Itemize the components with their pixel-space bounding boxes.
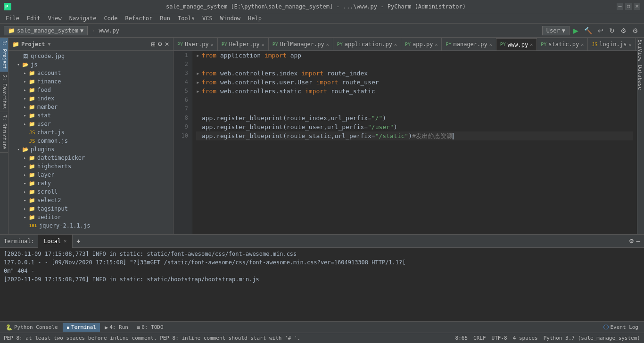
js-file-icon: JS <box>28 137 36 145</box>
side-label-project[interactable]: 1: Project <box>0 38 8 72</box>
tab-close-app-py[interactable]: ✕ <box>435 42 438 47</box>
tree-item-chartjs[interactable]: JS chart.js <box>8 128 173 137</box>
tree-item-stat[interactable]: ▸ 📁 stat <box>8 111 173 120</box>
rerun-button[interactable]: ↩ <box>596 26 605 35</box>
tree-item-jquery[interactable]: 101 jquery-2.1.1.js <box>8 221 173 230</box>
tree-item-layer[interactable]: ▸ 📁 layer <box>8 171 173 179</box>
user-dropdown[interactable]: User ▼ <box>542 26 570 35</box>
tab-close-www-py[interactable]: ✕ <box>530 42 533 47</box>
menu-help[interactable]: Help <box>244 14 265 23</box>
menu-code[interactable]: Code <box>100 14 122 23</box>
tab-label-app-py: app.py <box>413 41 433 48</box>
code-editor[interactable]: 1 2 3 4 5 6 7 8 9 10 ▸ from application … <box>173 51 637 234</box>
minimize-button[interactable]: ─ <box>617 3 623 10</box>
build-button[interactable]: 🔨 <box>582 26 594 35</box>
add-terminal-button[interactable]: + <box>73 237 84 245</box>
tree-item-commonjs[interactable]: JS common.js <box>8 137 173 145</box>
tree-item-plugins[interactable]: ▾ 📂 plugins <box>8 145 173 154</box>
tab-www-py[interactable]: PY www.py ✕ <box>496 38 537 50</box>
menu-view[interactable]: View <box>44 14 66 23</box>
project-selector[interactable]: 📁 sale_manage_system ▼ <box>4 26 88 35</box>
tab-user-py[interactable]: PY User.py ✕ <box>173 38 218 50</box>
collapse-all-button[interactable]: ⊞ <box>151 41 156 48</box>
menu-tools[interactable]: Tools <box>174 14 198 23</box>
status-line-col[interactable]: 8:65 <box>455 335 468 341</box>
tab-login-js[interactable]: JS login.js ✕ <box>588 38 636 50</box>
reload-button[interactable]: ↻ <box>607 26 617 35</box>
tree-item-qrcode[interactable]: 🖼 qrcode.jpg <box>8 52 173 60</box>
bottom-panel: Terminal: Local ✕ + ⚙ ─ [2020-11-09 17:1… <box>0 234 644 321</box>
tab-app-py[interactable]: PY app.py ✕ <box>401 38 442 50</box>
tab-close-login-js[interactable]: ✕ <box>628 42 631 47</box>
tab-close-helper-py[interactable]: ✕ <box>262 42 264 47</box>
code-line-10: app.register_blueprint(route_static,url_… <box>196 131 633 140</box>
settings-button[interactable]: ⚙ <box>630 26 640 35</box>
database-label[interactable]: Database <box>637 63 644 92</box>
menu-file[interactable]: File <box>2 14 23 23</box>
todo-button[interactable]: ≡ 6: TODO <box>133 323 167 332</box>
tree-label-tagsinput: tagsinput <box>37 205 68 212</box>
tab-urlmanager-py[interactable]: PY UrlManager.py ✕ <box>269 38 333 50</box>
tree-item-account[interactable]: ▸ 📁 account <box>8 69 173 77</box>
tab-static-py[interactable]: PY static.py ✕ <box>537 38 588 50</box>
menu-window[interactable]: Window <box>216 14 244 23</box>
tree-item-index[interactable]: ▸ 📁 index <box>8 94 173 103</box>
keyword-import-5: import <box>305 87 327 96</box>
maximize-button[interactable]: □ <box>625 3 632 10</box>
menu-vcs[interactable]: VCS <box>198 14 216 23</box>
tab-close-manager-py[interactable]: ✕ <box>489 42 492 47</box>
tab-close-application-py[interactable]: ✕ <box>394 42 397 47</box>
settings-small-button[interactable]: ⚙ <box>157 41 163 48</box>
status-line-ending[interactable]: CRLF <box>473 335 486 341</box>
right-panel: SciView Database <box>637 38 644 234</box>
menu-refactor[interactable]: Refactor <box>121 14 156 23</box>
menu-edit[interactable]: Edit <box>23 14 44 23</box>
tree-item-raty[interactable]: ▸ 📁 raty <box>8 179 173 188</box>
line-num-10: 10 <box>173 131 192 140</box>
close-sidebar-button[interactable]: ✕ <box>165 41 169 48</box>
python-console-button[interactable]: 🐍 Python Console <box>2 323 62 332</box>
side-label-favorites[interactable]: 2: Favorites <box>0 72 8 112</box>
tree-item-scroll[interactable]: ▸ 📁 scroll <box>8 188 173 196</box>
terminal-tab-close[interactable]: ✕ <box>64 238 66 244</box>
run-panel-button[interactable]: ▶ 4: Run <box>101 323 132 332</box>
side-label-structure[interactable]: 7: Structure <box>0 112 8 152</box>
tree-label-scroll: scroll <box>37 188 58 195</box>
tree-item-js[interactable]: ▾ 📂 js <box>8 60 173 69</box>
tab-manager-py[interactable]: PY manager.py ✕ <box>442 38 496 50</box>
tab-application-py[interactable]: PY application.py ✕ <box>333 38 401 50</box>
terminal-button[interactable]: ▪ Terminal <box>63 323 100 332</box>
tree-item-select2[interactable]: ▸ 📁 select2 <box>8 196 173 204</box>
tree-item-datetimepicker[interactable]: ▸ 📁 datetimepicker <box>8 154 173 162</box>
code-content[interactable]: ▸ from application import app ▸ from web… <box>192 51 637 234</box>
tree-item-tagsinput[interactable]: ▸ 📁 tagsinput <box>8 204 173 213</box>
tab-close-static-py[interactable]: ✕ <box>581 42 584 47</box>
run-button[interactable]: ▶ <box>571 26 580 35</box>
close-button[interactable]: ✕ <box>634 3 640 10</box>
status-indent[interactable]: 4 spaces <box>513 335 538 341</box>
project-name: sale_manage_system <box>17 27 78 34</box>
python-console-label: Python Console <box>14 324 58 330</box>
terminal-tab-local[interactable]: Local ✕ <box>38 235 73 248</box>
tree-item-finance[interactable]: ▸ 📁 finance <box>8 77 173 86</box>
terminal-minimize-button[interactable]: ─ <box>636 238 640 245</box>
menu-run[interactable]: Run <box>156 14 174 23</box>
tab-close-user-py[interactable]: ✕ <box>211 42 214 47</box>
event-log-button[interactable]: ⓘ Event Log <box>600 323 642 332</box>
tree-item-food[interactable]: ▸ 📁 food <box>8 86 173 94</box>
string-9: "/user" <box>368 122 394 131</box>
tree-item-ueditor[interactable]: ▸ 📁 ueditor <box>8 213 173 221</box>
terminal-settings-button[interactable]: ⚙ <box>629 238 634 245</box>
status-python-version[interactable]: Python 3.7 (sale_manage_system) <box>544 335 640 341</box>
status-encoding[interactable]: UTF-8 <box>492 335 507 341</box>
debug-button[interactable]: ⚙ <box>619 26 628 35</box>
tab-close-urlmanager-py[interactable]: ✕ <box>326 42 329 47</box>
tree-item-member[interactable]: ▸ 📁 member <box>8 103 173 111</box>
sciview-label[interactable]: SciView <box>637 38 644 63</box>
tree-item-user[interactable]: ▸ 📁 user <box>8 120 173 128</box>
code-line-1: ▸ from application import app <box>196 51 633 60</box>
tab-helper-py[interactable]: PY Helper.py ✕ <box>218 38 269 50</box>
menu-navigate[interactable]: Navigate <box>66 14 100 23</box>
tree-arrow: ▸ <box>22 215 28 220</box>
tree-item-highcharts[interactable]: ▸ 📁 highcharts <box>8 162 173 171</box>
